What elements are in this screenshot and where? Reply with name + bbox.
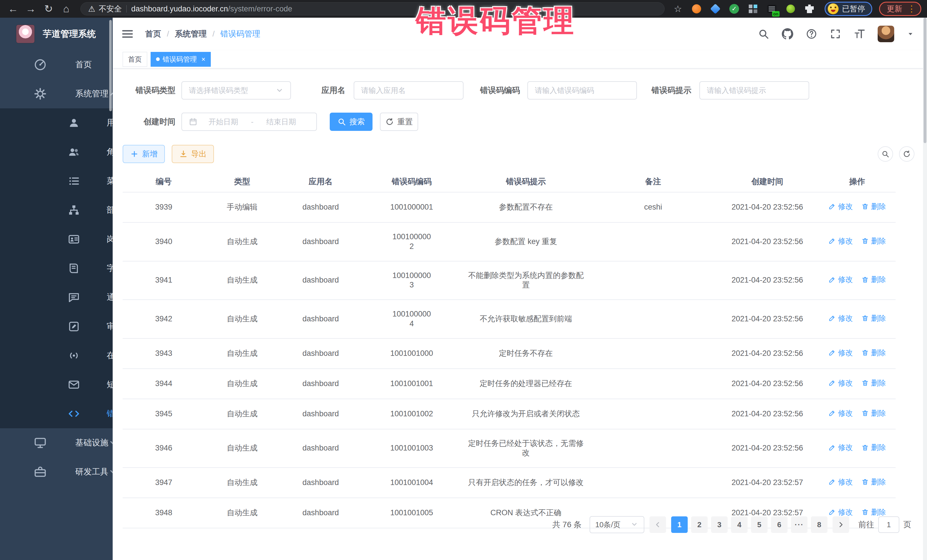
breadcrumb-item[interactable]: 首页 bbox=[145, 29, 175, 39]
sidebar-scrollbar[interactable] bbox=[109, 20, 112, 111]
end-date-input[interactable] bbox=[260, 117, 302, 126]
toggle-search-button[interactable] bbox=[878, 146, 893, 162]
extension-switch-icon[interactable]: on bbox=[766, 3, 777, 14]
delete-link[interactable]: 删除 bbox=[862, 275, 886, 284]
browser-back-icon[interactable]: ← bbox=[6, 2, 21, 16]
goto-page-input[interactable] bbox=[878, 516, 899, 533]
browser-forward-icon[interactable]: → bbox=[23, 2, 38, 16]
sidebar-item[interactable]: 基础设施 bbox=[0, 428, 112, 457]
sidebar-subitem[interactable]: 在线用户 bbox=[0, 341, 112, 370]
sidebar-item[interactable]: 研发工具 bbox=[0, 457, 112, 486]
extension-gem-icon[interactable] bbox=[710, 3, 721, 14]
kebab-menu-icon[interactable]: ⋮ bbox=[907, 5, 916, 13]
browser-update-button[interactable]: 更新 ⋮ bbox=[879, 2, 921, 16]
sidebar-item[interactable]: 系统管理 bbox=[0, 79, 112, 108]
extension-orange-icon[interactable] bbox=[691, 3, 702, 14]
avatar[interactable] bbox=[878, 26, 894, 42]
export-button[interactable]: 导出 bbox=[172, 145, 214, 163]
edit-link[interactable]: 修改 bbox=[828, 275, 853, 284]
error-type-select[interactable] bbox=[181, 81, 291, 100]
delete-link[interactable]: 删除 bbox=[862, 408, 886, 418]
sidebar-subitem[interactable]: 短信管理 bbox=[0, 370, 112, 399]
page-button[interactable]: 4 bbox=[731, 516, 748, 533]
edit-link[interactable]: 修改 bbox=[828, 508, 853, 517]
delete-link[interactable]: 删除 bbox=[862, 378, 886, 388]
sidebar-subitem[interactable]: 岗位管理 bbox=[0, 225, 112, 254]
error-msg-input[interactable] bbox=[707, 86, 802, 95]
date-range-picker[interactable]: - bbox=[181, 112, 317, 131]
page-button[interactable]: 1 bbox=[671, 516, 688, 533]
edit-link[interactable]: 修改 bbox=[828, 378, 853, 388]
sidebar-subitem[interactable]: 错误码管理 bbox=[0, 399, 112, 428]
search-icon[interactable] bbox=[758, 28, 769, 39]
breadcrumb-item[interactable]: 错误码管理 bbox=[220, 29, 260, 39]
prev-page-button[interactable] bbox=[649, 516, 666, 533]
page-button[interactable]: 5 bbox=[751, 516, 767, 533]
sidebar-item[interactable]: 首页 bbox=[0, 50, 112, 79]
tab-error-code[interactable]: 错误码管理 × bbox=[150, 52, 211, 67]
page-scrollbar[interactable] bbox=[923, 18, 927, 560]
page-button[interactable]: 8 bbox=[811, 516, 827, 533]
page-button[interactable]: 3 bbox=[711, 516, 728, 533]
page-button[interactable]: 6 bbox=[771, 516, 787, 533]
refresh-table-button[interactable] bbox=[899, 146, 915, 162]
error-type-input[interactable] bbox=[189, 86, 271, 95]
delete-link[interactable]: 删除 bbox=[862, 202, 886, 211]
delete-link[interactable]: 删除 bbox=[862, 508, 886, 517]
sidebar-subitem[interactable]: 审计日志 bbox=[0, 312, 112, 341]
breadcrumb-item[interactable]: 系统管理 bbox=[175, 29, 220, 39]
security-warning[interactable]: ⚠ 不安全 bbox=[88, 4, 122, 14]
edit-link[interactable]: 修改 bbox=[828, 477, 853, 487]
delete-link[interactable]: 删除 bbox=[862, 237, 886, 246]
reset-button[interactable]: 重置 bbox=[380, 112, 418, 131]
extension-puzzle-icon[interactable] bbox=[804, 3, 815, 14]
delete-link[interactable]: 删除 bbox=[862, 443, 886, 452]
sidebar-subitem[interactable]: 菜单管理 bbox=[0, 167, 112, 196]
caret-down-icon[interactable] bbox=[907, 30, 914, 38]
edit-link[interactable]: 修改 bbox=[828, 237, 853, 246]
error-code-input[interactable] bbox=[535, 86, 629, 95]
error-msg-field[interactable] bbox=[699, 81, 809, 100]
next-page-button[interactable] bbox=[833, 516, 849, 533]
fullscreen-icon[interactable] bbox=[830, 28, 841, 39]
hamburger-icon[interactable] bbox=[121, 28, 134, 40]
sidebar-subitem[interactable]: 字典管理 bbox=[0, 254, 112, 283]
profile-paused-chip[interactable]: 已暂停 bbox=[825, 2, 872, 16]
scrollbar-thumb[interactable] bbox=[924, 18, 926, 143]
page-size-select[interactable]: 10条/页 bbox=[590, 516, 644, 533]
bookmark-star-icon[interactable]: ☆ bbox=[674, 3, 682, 14]
delete-icon bbox=[862, 349, 869, 357]
close-icon[interactable]: × bbox=[201, 55, 205, 63]
help-icon[interactable] bbox=[806, 28, 817, 39]
browser-home-icon[interactable]: ⌂ bbox=[59, 2, 74, 16]
app-logo-row[interactable]: 芋道管理系统 bbox=[0, 18, 112, 50]
sidebar-subitem[interactable]: 用户管理 bbox=[0, 108, 112, 137]
error-code-field[interactable] bbox=[527, 81, 637, 100]
extension-key-icon[interactable] bbox=[785, 3, 796, 14]
sidebar-subitem[interactable]: 部门管理 bbox=[0, 196, 112, 225]
extension-green-check-icon[interactable]: ✓ bbox=[729, 3, 740, 14]
page-button[interactable]: ··· bbox=[791, 516, 807, 533]
page-button[interactable]: 2 bbox=[691, 516, 708, 533]
edit-link[interactable]: 修改 bbox=[828, 314, 853, 323]
edit-link[interactable]: 修改 bbox=[828, 348, 853, 358]
edit-link[interactable]: 修改 bbox=[828, 443, 853, 452]
app-name-input[interactable] bbox=[361, 86, 456, 95]
search-button[interactable]: 搜索 bbox=[330, 112, 372, 131]
font-size-icon[interactable] bbox=[854, 28, 865, 39]
sidebar-subitem[interactable]: 角色管理 bbox=[0, 137, 112, 167]
edit-link[interactable]: 修改 bbox=[828, 202, 853, 211]
app-name-field[interactable] bbox=[354, 81, 464, 100]
delete-link[interactable]: 删除 bbox=[862, 477, 886, 487]
browser-reload-icon[interactable]: ↻ bbox=[41, 2, 56, 16]
delete-link[interactable]: 删除 bbox=[862, 314, 886, 323]
add-button[interactable]: 新增 bbox=[123, 145, 165, 163]
start-date-input[interactable] bbox=[202, 117, 245, 126]
address-bar[interactable]: ⚠ 不安全 dashboard.yudao.iocoder.cn/system/… bbox=[81, 2, 664, 15]
edit-link[interactable]: 修改 bbox=[828, 408, 853, 418]
delete-link[interactable]: 删除 bbox=[862, 348, 886, 358]
tab-home[interactable]: 首页 bbox=[123, 52, 147, 67]
extension-grid-icon[interactable] bbox=[748, 3, 758, 14]
github-icon[interactable] bbox=[782, 28, 793, 39]
sidebar-subitem[interactable]: 通知公告 bbox=[0, 283, 112, 312]
